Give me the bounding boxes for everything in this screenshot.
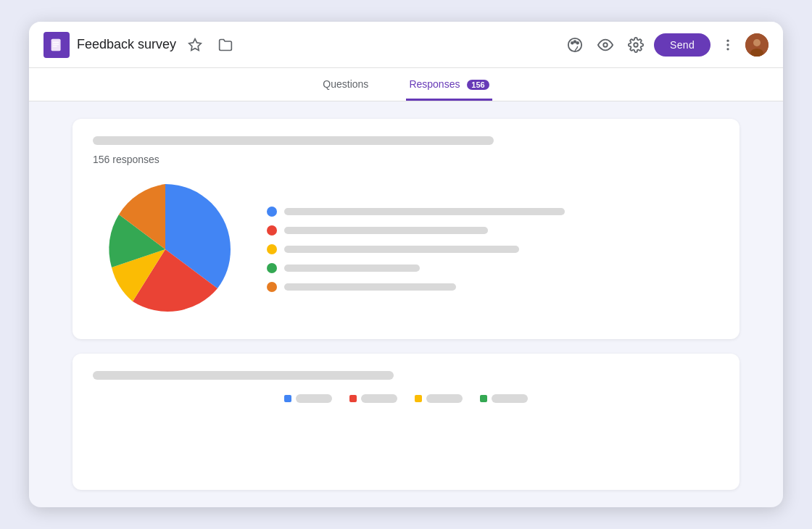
settings-button[interactable] (624, 33, 648, 57)
svg-point-8 (574, 41, 576, 43)
svg-point-7 (571, 41, 573, 43)
app-icon (44, 32, 70, 58)
bar-legend-green (480, 394, 528, 403)
bar-legend-label-red (361, 394, 397, 403)
bar-chart-legend (93, 394, 719, 403)
legend-dot-yellow (267, 244, 277, 254)
card1-title-bar (93, 136, 494, 145)
svg-marker-5 (189, 38, 202, 50)
tab-responses[interactable]: Responses 156 (406, 68, 492, 101)
bar-legend-dot-red (349, 395, 357, 402)
svg-point-13 (726, 43, 729, 46)
legend-dot-blue (267, 207, 277, 217)
header: Feedback survey (29, 22, 783, 68)
main-content: 156 responses (29, 101, 783, 507)
tabs-bar: Questions Responses 156 (29, 68, 783, 101)
tab-questions[interactable]: Questions (320, 68, 371, 101)
svg-point-16 (753, 39, 761, 46)
legend-dot-red (267, 225, 277, 236)
legend-bar-orange (284, 283, 456, 291)
card2-title-bar (93, 371, 394, 380)
pie-chart-card: 156 responses (72, 119, 740, 339)
svg-point-9 (576, 41, 579, 43)
folder-button[interactable] (214, 33, 237, 57)
bar-chart-card (72, 354, 740, 490)
responses-count: 156 responses (93, 154, 719, 165)
legend-item-red (267, 225, 719, 236)
legend-item-blue (267, 207, 719, 217)
bar-legend-red (349, 394, 397, 403)
legend-dot-green (267, 263, 277, 273)
legend-bar-yellow (284, 246, 519, 253)
legend-bar-blue (284, 208, 565, 215)
bar-legend-blue (284, 394, 332, 403)
legend-bar-green (284, 264, 420, 272)
bar-legend-dot-blue (284, 395, 291, 402)
pie-chart (93, 177, 238, 322)
svg-point-14 (726, 48, 729, 50)
legend-item-yellow (267, 244, 719, 254)
svg-rect-1 (51, 38, 61, 51)
star-button[interactable] (183, 33, 207, 57)
page-title: Feedback survey (77, 37, 176, 52)
bar-legend-dot-green (480, 395, 487, 402)
legend-item-green (267, 263, 719, 273)
svg-point-11 (634, 43, 638, 47)
bar-legend-label-green (492, 394, 528, 403)
svg-point-10 (603, 43, 608, 47)
bar-legend-label-blue (296, 394, 332, 403)
chart-legend (267, 207, 719, 292)
bar-legend-dot-yellow (415, 395, 422, 402)
legend-dot-orange (267, 282, 277, 292)
bar-legend-yellow (415, 394, 463, 403)
bar-legend-label-yellow (426, 394, 463, 403)
legend-bar-red (284, 227, 488, 234)
bar-chart-groups (93, 415, 719, 472)
preview-button[interactable] (593, 33, 618, 57)
send-button[interactable]: Send (654, 33, 710, 57)
legend-item-orange (267, 282, 719, 292)
svg-point-12 (726, 39, 729, 41)
header-left: Feedback survey (44, 32, 563, 58)
palette-button[interactable] (563, 33, 587, 57)
responses-badge: 156 (467, 80, 489, 90)
avatar[interactable] (745, 33, 768, 57)
chart-area (93, 177, 719, 322)
app-window: Feedback survey (29, 22, 783, 507)
more-button[interactable] (716, 33, 740, 57)
header-right: Send (563, 33, 768, 57)
